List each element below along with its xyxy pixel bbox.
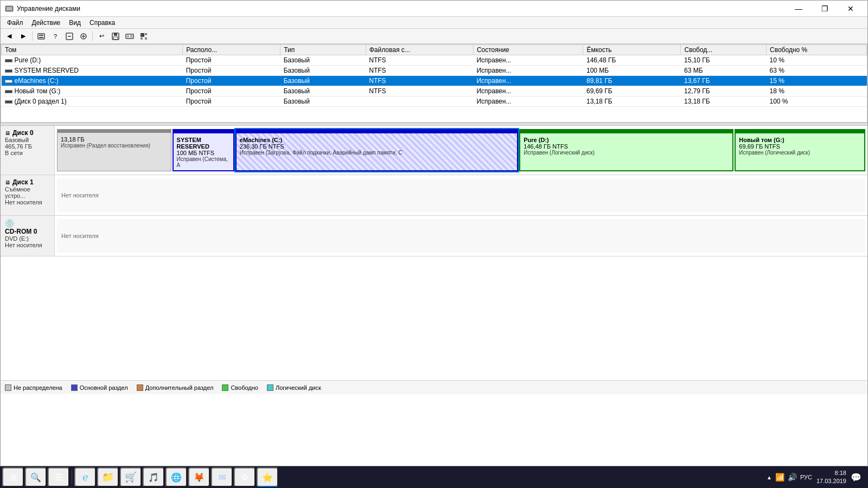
toolbar-btn-help[interactable]: ?	[49, 30, 62, 42]
taskbar-volume-icon[interactable]: 🔊	[788, 473, 797, 481]
edge-button[interactable]: ℯ	[74, 467, 96, 487]
col-free-pct[interactable]: Свободно %	[767, 45, 867, 55]
svg-rect-5	[39, 37, 43, 38]
cell-free-pct: 63 %	[767, 66, 867, 76]
disk-partitions: 13,18 ГБ Исправен (Раздел восстановления…	[55, 126, 867, 175]
partition-block[interactable]: SYSTEM RESERVED 100 МБ NTFS Исправен (Си…	[173, 129, 234, 171]
disk-name: CD-ROM 0	[5, 228, 50, 235]
disk-label: 💿 CD-ROM 0 DVD (E:) Нет носителя	[1, 216, 55, 256]
cell-fs: NTFS	[366, 86, 473, 97]
table-row[interactable]: Pure (D:) Простой Базовый NTFS Исправен.…	[2, 55, 867, 66]
title-bar: Управление дисками — ❐ ✕	[1, 1, 867, 17]
clock-time: 8:18	[816, 469, 846, 477]
col-volume[interactable]: Том	[2, 45, 183, 55]
partition-top-bar	[736, 130, 864, 133]
back-button[interactable]: ◀	[3, 30, 16, 42]
cell-capacity: 69,69 ГБ	[583, 86, 681, 97]
settings-button[interactable]: ⚙	[234, 467, 256, 487]
partition-status: Исправен (Логический диск)	[524, 150, 729, 156]
svg-rect-18	[141, 33, 144, 37]
browser-button[interactable]: 🌐	[165, 467, 187, 487]
taskbar-clock[interactable]: 8:18 17.03.2019	[816, 469, 846, 486]
toolbar-btn-save[interactable]	[109, 30, 122, 42]
menu-file[interactable]: Файл	[3, 18, 28, 28]
explorer-button[interactable]: 📁	[97, 467, 119, 487]
col-capacity[interactable]: Ёмкость	[583, 45, 681, 55]
cell-type: Базовый	[280, 86, 366, 97]
legend-bar: Не распределена Основной раздел Дополнит…	[1, 380, 867, 394]
toolbar-btn-undo[interactable]: ↩	[95, 30, 108, 42]
task-view-button[interactable]: ☰	[48, 467, 69, 487]
firefox-button[interactable]: 🦊	[188, 467, 210, 487]
legend-color-primary	[71, 384, 78, 391]
cell-free: 13,67 ГБ	[681, 76, 767, 86]
col-fs[interactable]: Файловая с...	[366, 45, 473, 55]
partition-size: 100 МБ NTFS	[177, 150, 230, 156]
col-location[interactable]: Располо...	[183, 45, 280, 55]
toolbar-btn-3[interactable]	[35, 30, 48, 42]
media-button[interactable]: 🎵	[143, 467, 164, 487]
partition-block[interactable]: eMachines (C:) 236,30 ГБ NTFS Исправен (…	[235, 129, 518, 171]
disk-name-row: 🖥 Диск 1	[5, 178, 50, 186]
partition-block[interactable]: Pure (D:) 146,48 ГБ NTFS Исправен (Логич…	[519, 129, 733, 171]
partition-top-bar	[174, 130, 233, 133]
diskmgmt-active-button[interactable]: ⭐	[257, 467, 278, 487]
close-button[interactable]: ✕	[838, 1, 863, 17]
table-row[interactable]: eMachines (C:) Простой Базовый NTFS Испр…	[2, 76, 867, 86]
svg-rect-21	[145, 37, 147, 40]
partition-name: Pure (D:)	[524, 137, 729, 143]
disk-empty: Нет носителя	[57, 219, 865, 253]
col-type[interactable]: Тип	[280, 45, 366, 55]
col-free[interactable]: Свобод...	[681, 45, 767, 55]
notification-button[interactable]: 💬	[851, 472, 861, 483]
toolbar-btn-4[interactable]	[63, 30, 76, 42]
volume-table: Том Располо... Тип Файловая с... Состоян…	[1, 44, 867, 107]
table-row[interactable]: Новый том (G:) Простой Базовый NTFS Испр…	[2, 86, 867, 97]
toolbar-btn-7[interactable]	[137, 30, 150, 42]
store-button[interactable]: 🛒	[120, 467, 142, 487]
menu-action[interactable]: Действие	[28, 18, 65, 28]
mail-button[interactable]: ✉	[211, 467, 233, 487]
disk-type: Съёмное устро...	[5, 186, 50, 199]
legend-color-unallocated	[5, 384, 11, 391]
disk-type: DVD (E:)	[5, 235, 50, 242]
taskbar-lang-label[interactable]: РУС	[800, 474, 812, 480]
minimize-button[interactable]: —	[786, 1, 811, 17]
partition-top-bar	[237, 130, 517, 133]
partition-block[interactable]: Новый том (G:) 69,69 ГБ NTFS Исправен (Л…	[735, 129, 865, 171]
cell-status: Исправен...	[473, 66, 583, 76]
legend-unallocated: Не распределена	[5, 384, 62, 391]
search-button[interactable]: 🔍	[25, 467, 47, 487]
cell-status: Исправен...	[473, 97, 583, 107]
toolbar-btn-6[interactable]	[123, 30, 136, 42]
table-row[interactable]: SYSTEM RESERVED Простой Базовый NTFS Исп…	[2, 66, 867, 76]
disk-name: Диск 0	[12, 129, 34, 137]
partition-size: 13,18 ГБ	[61, 136, 168, 143]
toolbar-btn-5[interactable]	[77, 30, 90, 42]
col-status[interactable]: Состояние	[473, 45, 583, 55]
cell-free: 15,10 ГБ	[681, 55, 767, 66]
menu-help[interactable]: Справка	[85, 18, 119, 28]
cell-free-pct: 15 %	[767, 76, 867, 86]
disk-label: 🖥 Диск 0 Базовый 465,76 ГБ В сети	[1, 126, 55, 175]
forward-button[interactable]: ▶	[17, 30, 30, 42]
disk-status: Нет носителя	[5, 199, 50, 206]
disk-partitions: Нет носителя	[55, 216, 867, 256]
cell-volume: (Диск 0 раздел 1)	[2, 97, 183, 107]
disk-name-row: 🖥 Диск 0	[5, 129, 50, 137]
disk-status: Нет носителя	[5, 242, 50, 248]
toolbar-sep-2	[92, 31, 93, 41]
cell-capacity: 89,81 ГБ	[583, 76, 681, 86]
taskbar-network-icon[interactable]: 📶	[775, 473, 784, 481]
table-row[interactable]: (Диск 0 раздел 1) Простой Базовый Исправ…	[2, 97, 867, 107]
maximize-button[interactable]: ❐	[812, 1, 837, 17]
menu-view[interactable]: Вид	[65, 18, 85, 28]
taskbar-chevron[interactable]: ▲	[767, 474, 772, 480]
cell-type: Базовый	[280, 97, 366, 107]
cell-location: Простой	[183, 76, 280, 86]
partition-block[interactable]: 13,18 ГБ Исправен (Раздел восстановления…	[57, 129, 171, 171]
start-button[interactable]: ⊞	[2, 467, 24, 487]
partition-size: 236,30 ГБ NTFS	[240, 143, 514, 150]
cell-free: 12,79 ГБ	[681, 86, 767, 97]
disk-row: 💿 CD-ROM 0 DVD (E:) Нет носителя Нет нос…	[1, 216, 867, 256]
